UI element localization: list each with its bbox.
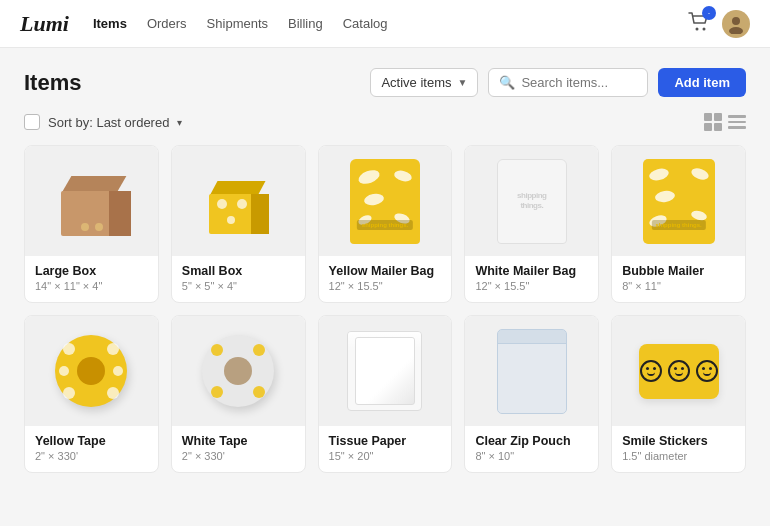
item-info-tissue: Tissue Paper 15" × 20" xyxy=(319,426,452,472)
item-dims: 12" × 15.5" xyxy=(329,280,442,292)
item-card-white-tape[interactable]: White Tape 2" × 330' xyxy=(171,315,306,473)
sort-bar-left: Sort by: Last ordered ▾ xyxy=(24,114,182,130)
item-card-bubble-mailer[interactable]: shipping things. Bubble Mailer 8" × 11" xyxy=(611,145,746,303)
filter-dropdown[interactable]: Active items ▼ xyxy=(370,68,478,97)
sticker-face-3 xyxy=(696,360,718,382)
item-name: White Mailer Bag xyxy=(475,264,588,278)
item-info-bubble-mailer: Bubble Mailer 8" × 11" xyxy=(612,256,745,302)
item-name: Large Box xyxy=(35,264,148,278)
sticker-face-2 xyxy=(668,360,690,382)
item-card-zip-pouch[interactable]: Clear Zip Pouch 8" × 10" xyxy=(464,315,599,473)
item-dims: 15" × 20" xyxy=(329,450,442,462)
item-info-zip-pouch: Clear Zip Pouch 8" × 10" xyxy=(465,426,598,472)
item-card-yellow-mailer[interactable]: shipping things. Yellow Mailer Bag 12" ×… xyxy=(318,145,453,303)
item-info-white-tape: White Tape 2" × 330' xyxy=(172,426,305,472)
item-image-stickers xyxy=(612,316,745,426)
item-name: Smile Stickers xyxy=(622,434,735,448)
item-name: Yellow Mailer Bag xyxy=(329,264,442,278)
item-card-stickers[interactable]: Smile Stickers 1.5" diameter xyxy=(611,315,746,473)
avatar[interactable] xyxy=(722,10,750,38)
item-image-large-box xyxy=(25,146,158,256)
list-view-button[interactable] xyxy=(728,115,746,129)
item-name: Bubble Mailer xyxy=(622,264,735,278)
white-tape-illustration xyxy=(198,336,278,406)
item-name: Clear Zip Pouch xyxy=(475,434,588,448)
svg-point-3 xyxy=(729,27,743,34)
item-info-small-box: Small Box 5" × 5" × 4" xyxy=(172,256,305,302)
item-image-tissue xyxy=(319,316,452,426)
item-image-small-box xyxy=(172,146,305,256)
page-header: Items Active items ▼ 🔍 Add item xyxy=(24,68,746,97)
small-box-illustration xyxy=(201,169,276,234)
sort-bar: Sort by: Last ordered ▾ xyxy=(24,113,746,131)
item-image-bubble-mailer: shipping things. xyxy=(612,146,745,256)
view-toggle xyxy=(704,113,746,131)
grid-view-button[interactable] xyxy=(704,113,722,131)
item-name: White Tape xyxy=(182,434,295,448)
filter-label: Active items xyxy=(381,75,451,90)
chevron-down-icon: ▼ xyxy=(457,77,467,88)
cart-badge: · xyxy=(702,6,716,20)
header-controls: Active items ▼ 🔍 Add item xyxy=(370,68,746,97)
item-dims: 5" × 5" × 4" xyxy=(182,280,295,292)
svg-point-0 xyxy=(696,27,699,30)
yellow-mailer-illustration: shipping things. xyxy=(350,159,420,244)
page-title: Items xyxy=(24,70,81,96)
item-dims: 8" × 11" xyxy=(622,280,735,292)
item-image-yellow-tape xyxy=(25,316,158,426)
tissue-illustration xyxy=(347,331,422,411)
zip-pouch-illustration xyxy=(497,329,567,414)
item-info-yellow-tape: Yellow Tape 2" × 330' xyxy=(25,426,158,472)
item-card-tissue[interactable]: Tissue Paper 15" × 20" xyxy=(318,315,453,473)
item-info-yellow-mailer: Yellow Mailer Bag 12" × 15.5" xyxy=(319,256,452,302)
nav-catalog[interactable]: Catalog xyxy=(343,16,388,31)
search-box: 🔍 xyxy=(488,68,648,97)
item-card-small-box[interactable]: Small Box 5" × 5" × 4" xyxy=(171,145,306,303)
sort-arrow-icon: ▾ xyxy=(177,117,182,128)
svg-point-1 xyxy=(703,27,706,30)
sticker-face-1 xyxy=(640,360,662,382)
navbar: Lumi Items Orders Shipments Billing Cata… xyxy=(0,0,770,48)
item-card-large-box[interactable]: Large Box 14" × 11" × 4" xyxy=(24,145,159,303)
item-dims: 2" × 330' xyxy=(182,450,295,462)
navbar-actions: · xyxy=(688,10,750,38)
item-info-white-mailer: White Mailer Bag 12" × 15.5" xyxy=(465,256,598,302)
search-icon: 🔍 xyxy=(499,75,515,90)
main-content: Items Active items ▼ 🔍 Add item Sort by:… xyxy=(0,48,770,493)
nav-links: Items Orders Shipments Billing Catalog xyxy=(93,16,688,31)
svg-point-2 xyxy=(732,17,740,25)
nav-billing[interactable]: Billing xyxy=(288,16,323,31)
items-grid: Large Box 14" × 11" × 4" Small Box xyxy=(24,145,746,473)
item-info-large-box: Large Box 14" × 11" × 4" xyxy=(25,256,158,302)
item-info-stickers: Smile Stickers 1.5" diameter xyxy=(612,426,745,472)
nav-orders[interactable]: Orders xyxy=(147,16,187,31)
item-card-yellow-tape[interactable]: Yellow Tape 2" × 330' xyxy=(24,315,159,473)
add-item-button[interactable]: Add item xyxy=(658,68,746,97)
large-box-illustration xyxy=(51,166,131,236)
cart-button[interactable]: · xyxy=(688,12,710,36)
item-dims: 8" × 10" xyxy=(475,450,588,462)
item-image-white-tape xyxy=(172,316,305,426)
sort-label[interactable]: Sort by: Last ordered xyxy=(48,115,169,130)
white-mailer-text: shippingthings. xyxy=(517,191,546,212)
item-dims: 12" × 15.5" xyxy=(475,280,588,292)
search-input[interactable] xyxy=(521,75,637,90)
bubble-mailer-illustration: shipping things. xyxy=(643,159,715,244)
item-dims: 14" × 11" × 4" xyxy=(35,280,148,292)
item-image-zip-pouch xyxy=(465,316,598,426)
nav-shipments[interactable]: Shipments xyxy=(207,16,268,31)
item-image-yellow-mailer: shipping things. xyxy=(319,146,452,256)
white-mailer-illustration: shippingthings. xyxy=(497,159,567,244)
item-name: Small Box xyxy=(182,264,295,278)
item-dims: 2" × 330' xyxy=(35,450,148,462)
select-all-checkbox[interactable] xyxy=(24,114,40,130)
yellow-tape-illustration xyxy=(51,336,131,406)
item-name: Tissue Paper xyxy=(329,434,442,448)
item-name: Yellow Tape xyxy=(35,434,148,448)
app-logo[interactable]: Lumi xyxy=(20,11,69,37)
item-card-white-mailer[interactable]: shippingthings. White Mailer Bag 12" × 1… xyxy=(464,145,599,303)
stickers-illustration xyxy=(639,344,719,399)
nav-items[interactable]: Items xyxy=(93,16,127,31)
avatar-icon xyxy=(726,14,746,34)
item-image-white-mailer: shippingthings. xyxy=(465,146,598,256)
